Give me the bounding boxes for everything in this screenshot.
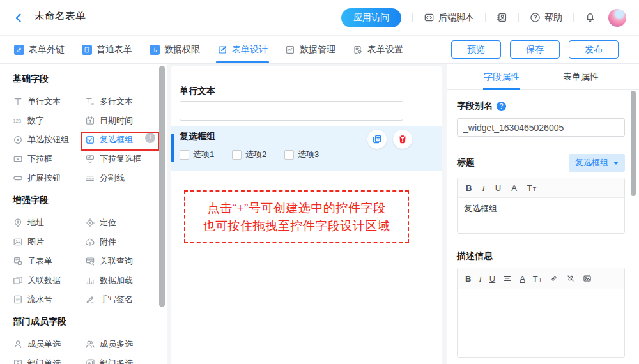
single-line-text-input[interactable] <box>180 101 403 121</box>
field-item-address[interactable]: 地址 <box>13 217 85 229</box>
bell-icon[interactable] <box>585 12 596 23</box>
field-item-lookup[interactable]: 关联查询 <box>85 255 155 267</box>
tab-data-permission[interactable]: 数据权限 <box>150 36 200 63</box>
checkbox-option[interactable]: 选项1 <box>180 149 232 160</box>
sidebar-section: 部门成员字段 成员单选 成员多选 部门单选 部门多选 <box>13 317 167 364</box>
copy-field-button[interactable] <box>367 130 387 149</box>
toolbar-underline-button[interactable]: U <box>489 275 495 283</box>
tab-data-management[interactable]: 数据管理 <box>285 36 335 63</box>
field-item-subform[interactable]: 子表单 <box>13 255 85 267</box>
description-editor-content[interactable] <box>458 289 624 357</box>
checkbox-icon[interactable] <box>284 150 294 160</box>
tabs: 表单外链 普通表单 数据权限 表单设计 数据管理 表单设置 <box>14 36 403 63</box>
tab-form-properties[interactable]: 表单属性 <box>563 64 599 90</box>
backend-script-label: 后端脚本 <box>438 12 474 24</box>
tab-form-link[interactable]: 表单外链 <box>14 36 65 63</box>
checkbox-icon[interactable] <box>232 150 242 160</box>
field-item-location[interactable]: 定位 <box>85 217 155 229</box>
app-access-button[interactable]: 应用访问 <box>341 8 401 27</box>
toolbar-remove-link-button[interactable] <box>566 274 575 283</box>
preview-button[interactable]: 预览 <box>451 40 501 59</box>
divider <box>573 13 574 22</box>
toolbar-insert-link-button[interactable] <box>550 274 558 283</box>
toolbar-bold-button[interactable]: B <box>466 184 472 192</box>
doc-icon <box>82 45 92 55</box>
field-item-radio-group[interactable]: 单选按钮组 <box>13 134 85 146</box>
checkbox-icon <box>85 135 95 145</box>
alias-label: 字段别名 <box>457 100 493 112</box>
field-item-select[interactable]: 下拉框 <box>13 153 85 165</box>
help-label: 帮助 <box>544 12 562 24</box>
field-item-single-line-text[interactable]: 单行文本 <box>13 96 85 107</box>
sidebar-section: 基础字段 单行文本 多行文本 123 数字 日期时间 单选按钮组 复选框组 + … <box>13 74 167 188</box>
field-item-linked-data[interactable]: 关联数据 <box>13 275 85 286</box>
field-item-attachment[interactable]: 附件 <box>85 236 155 248</box>
toolbar-font-color-button[interactable]: A <box>520 275 525 283</box>
field-item-multi-line-text[interactable]: 多行文本 <box>85 96 155 107</box>
serial-icon <box>13 294 23 305</box>
toolbar-align-button[interactable] <box>503 274 512 283</box>
tab-form-settings[interactable]: 表单设置 <box>353 36 403 63</box>
sidebar-scrollbar[interactable] <box>159 66 165 307</box>
widget-type-dropdown[interactable]: 复选框组 <box>569 154 625 172</box>
field-item-serial-number[interactable]: 流水号 <box>13 294 85 305</box>
panel-tabs: 字段属性 表单属性 <box>447 64 639 90</box>
selected-checkbox-group-field[interactable]: 复选框组 选项1 选项2 选项3 <box>171 126 442 171</box>
contacts-icon[interactable] <box>497 12 507 23</box>
toolbar-italic-button[interactable]: I <box>482 184 484 192</box>
back-icon[interactable] <box>13 12 24 24</box>
toolbar-bold-button[interactable]: B <box>465 275 471 283</box>
tabbar: 表单外链 普通表单 数据权限 表单设计 数据管理 表单设置 预览保存发布 <box>0 36 639 64</box>
tab-field-properties[interactable]: 字段属性 <box>484 64 520 90</box>
avatar[interactable] <box>608 9 626 27</box>
app-root: 未命名表单 应用访问 后端脚本 帮助 表单外链 普通表单 <box>0 0 639 364</box>
tab-normal-form[interactable]: 普通表单 <box>82 36 132 63</box>
field-item-image[interactable]: 图片 <box>13 236 85 248</box>
checkbox-option[interactable]: 选项2 <box>232 149 284 160</box>
toolbar-font-size-button[interactable]: T <box>533 275 542 283</box>
field-alias-input[interactable] <box>457 118 625 137</box>
field-item-divider[interactable]: 分割线 <box>85 172 155 184</box>
tab-form-design[interactable]: 表单设计 <box>217 36 268 63</box>
toolbar-underline-button[interactable]: U <box>495 184 501 192</box>
field-item-multi-select[interactable]: 下拉复选框 <box>85 153 155 165</box>
toolbar-font-size-button[interactable]: T <box>527 184 536 192</box>
field-item-checkbox-group[interactable]: 复选框组 + <box>85 134 155 146</box>
field-item-member-single[interactable]: 成员单选 <box>13 338 85 350</box>
description-editor: BIUAT <box>457 268 625 358</box>
help-button[interactable]: 帮助 <box>530 12 562 24</box>
single-line-text-field[interactable]: 单行文本 <box>180 86 442 121</box>
delete-field-button[interactable] <box>393 130 412 149</box>
dept-multi-icon <box>85 358 95 364</box>
checkbox-icon[interactable] <box>180 150 189 160</box>
publish-button[interactable]: 发布 <box>569 40 619 59</box>
field-item-member-multi[interactable]: 成员多选 <box>85 338 155 350</box>
svg-text:123: 123 <box>13 118 22 124</box>
field-item-datetime[interactable]: 日期时间 <box>85 115 155 126</box>
form-title[interactable]: 未命名表单 <box>33 8 89 27</box>
add-field-plus-button[interactable]: + <box>145 133 155 143</box>
question-badge-icon[interactable]: ? <box>497 102 506 111</box>
copy-icon <box>372 134 382 144</box>
checkbox-option[interactable]: 选项3 <box>284 149 337 160</box>
subform-icon <box>13 256 23 266</box>
multiselect-icon <box>85 154 95 164</box>
field-item-dept-multi[interactable]: 部门多选 <box>85 358 155 364</box>
annotation-tip-box: 点击“+”号可创建选中的控件字段 也可按住拖拽至控件字段设计区域 <box>184 190 409 243</box>
field-item-extend-button[interactable]: 扩展按钮 <box>13 172 85 184</box>
toolbar-insert-image-button[interactable] <box>583 274 592 283</box>
toolbar-font-color-button[interactable]: A <box>511 184 517 192</box>
panel-scrollbar[interactable] <box>631 91 636 196</box>
section-title: 增强字段 <box>13 195 167 205</box>
field-item-data-load[interactable]: 数据加载 <box>85 275 155 286</box>
toolbar-italic-button[interactable]: I <box>479 275 481 283</box>
field-item-signature[interactable]: 手写签名 <box>85 294 155 305</box>
field-item-dept-single[interactable]: 部门单选 <box>13 358 85 364</box>
field-item-number[interactable]: 123 数字 <box>13 115 85 126</box>
bars-icon <box>150 45 160 55</box>
backend-script-button[interactable]: 后端脚本 <box>424 12 474 24</box>
save-button[interactable]: 保存 <box>510 40 560 59</box>
title-editor-content[interactable]: 复选框组 <box>458 198 624 233</box>
address-icon <box>13 218 23 228</box>
member-single-icon <box>13 339 23 349</box>
